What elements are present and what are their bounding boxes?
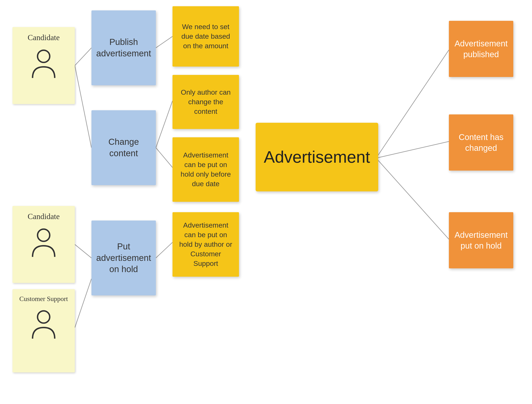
svg-point-12 xyxy=(38,229,50,241)
constraint-author-only-label: Only author can change the content xyxy=(177,88,234,116)
actor-candidate-1: Candidate xyxy=(13,27,75,104)
constraint-by-author-or-cs: Advertisement can be put on hold by auth… xyxy=(172,212,239,277)
constraint-due-date: We need to set due date based on the amo… xyxy=(172,6,239,66)
svg-line-7 xyxy=(156,242,172,258)
svg-line-2 xyxy=(75,244,91,258)
constraint-by-author-or-cs-label: Advertisement can be put on hold by auth… xyxy=(177,221,234,268)
result-published-label: Advertisement published xyxy=(454,38,508,60)
svg-line-0 xyxy=(75,48,91,65)
action-put-on-hold: Put advertisement on hold xyxy=(91,221,156,295)
candidate-2-person-icon xyxy=(29,226,58,260)
svg-line-6 xyxy=(156,148,172,168)
action-change-content: Change content xyxy=(91,110,156,185)
svg-point-11 xyxy=(38,50,50,62)
svg-line-4 xyxy=(156,36,172,48)
advertisement-entity-label: Advertisement xyxy=(264,148,370,167)
constraint-before-due-date-label: Advertisement can be put on hold only be… xyxy=(177,150,234,189)
svg-line-3 xyxy=(75,279,91,328)
svg-point-13 xyxy=(38,311,50,323)
result-content-changed-label: Content has changed xyxy=(454,132,508,153)
result-published: Advertisement published xyxy=(449,21,513,77)
svg-line-5 xyxy=(156,101,172,148)
actor-candidate-2-label: Candidate xyxy=(28,212,60,221)
customer-support-person-icon xyxy=(29,308,58,341)
action-publish: Publish advertisement xyxy=(91,10,156,85)
diagram: Candidate Candidate Customer Support Pub… xyxy=(0,0,532,404)
result-put-on-hold: Advertisement put on hold xyxy=(449,212,513,268)
result-put-on-hold-label: Advertisement put on hold xyxy=(454,229,508,251)
constraint-author-only: Only author can change the content xyxy=(172,75,239,129)
svg-line-1 xyxy=(75,65,91,148)
svg-line-8 xyxy=(376,50,449,158)
actor-customer-support-label: Customer Support xyxy=(19,295,68,303)
svg-line-9 xyxy=(376,142,449,158)
actor-customer-support: Customer Support xyxy=(13,289,75,372)
action-change-content-label: Change content xyxy=(96,136,151,159)
advertisement-entity: Advertisement xyxy=(256,123,378,191)
constraint-before-due-date: Advertisement can be put on hold only be… xyxy=(172,137,239,202)
result-content-changed: Content has changed xyxy=(449,114,513,171)
svg-line-10 xyxy=(376,158,449,239)
actor-candidate-1-label: Candidate xyxy=(28,33,60,42)
action-put-on-hold-label: Put advertisement on hold xyxy=(96,241,151,275)
constraint-due-date-label: We need to set due date based on the amo… xyxy=(177,22,234,51)
candidate-1-person-icon xyxy=(29,47,58,81)
actor-candidate-2: Candidate xyxy=(13,206,75,283)
action-publish-label: Publish advertisement xyxy=(96,36,151,59)
